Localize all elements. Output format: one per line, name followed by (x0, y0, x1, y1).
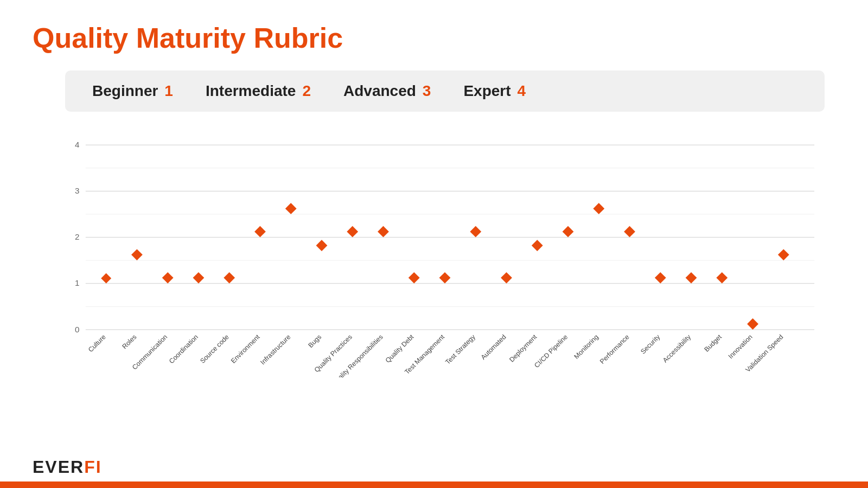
svg-text:1: 1 (75, 278, 79, 287)
x-label-quality-debt: Quality Debt (384, 333, 416, 364)
data-point-test-strategy (470, 226, 481, 237)
bottom-bar (0, 481, 868, 488)
data-point-innovation (747, 318, 758, 330)
legend-label-beginner: Beginner (92, 82, 158, 100)
legend-number-intermediate: 2 (302, 82, 311, 100)
data-point-roles (131, 249, 143, 260)
data-point-security (655, 272, 666, 284)
data-point-performance (624, 226, 635, 237)
legend-item-intermediate: Intermediate 2 (206, 82, 311, 100)
data-point-accessibility (686, 272, 697, 284)
page-title: Quality Maturity Rubric (33, 22, 835, 54)
x-label-budget: Budget (703, 333, 723, 354)
x-label-performance: Performance (598, 333, 631, 365)
x-label-culture: Culture (87, 333, 107, 354)
x-label-environment: Environment (229, 333, 261, 365)
x-label-source-code: Source code (199, 333, 231, 365)
data-point-quality-responsibilities (378, 226, 389, 237)
data-point-cicd-pipeline (563, 226, 574, 237)
x-label-monitoring: Monitoring (572, 333, 600, 361)
data-point-coordination (193, 272, 205, 284)
x-label-automated: Automated (480, 333, 508, 361)
logo-area: EVERFI (33, 457, 102, 477)
legend-label-intermediate: Intermediate (206, 82, 296, 100)
x-label-quality-responsibilities: Quality Responsibilities (330, 333, 385, 377)
data-point-validation-speed (778, 249, 789, 260)
legend-item-advanced: Advanced 3 (343, 82, 431, 100)
chart-container: 4 3 2 1 0 (65, 128, 825, 388)
x-label-deployment: Deployment (508, 333, 539, 364)
data-point-test-management (439, 272, 451, 284)
x-label-infrastructure: Infrastructure (259, 333, 292, 366)
x-label-roles: Roles (120, 333, 138, 350)
legend-bar: Beginner 1 Intermediate 2 Advanced 3 Exp… (65, 70, 825, 112)
x-label-bugs: Bugs (307, 333, 323, 349)
data-point-source-code (224, 272, 235, 284)
svg-text:4: 4 (75, 140, 79, 149)
data-point-bugs (316, 240, 328, 251)
legend-number-beginner: 1 (164, 82, 173, 100)
data-point-quality-practices (347, 226, 358, 237)
logo-text: EVERFI (33, 457, 102, 477)
svg-text:2: 2 (75, 232, 79, 241)
data-point-budget (716, 272, 727, 284)
x-label-test-strategy: Test Strategy (444, 333, 477, 366)
legend-number-expert: 4 (518, 82, 526, 100)
legend-number-advanced: 3 (423, 82, 431, 100)
data-point-communication (162, 272, 174, 284)
data-point-infrastructure (285, 203, 297, 214)
data-point-culture (101, 273, 111, 284)
chart-svg: 4 3 2 1 0 (65, 128, 825, 377)
data-point-quality-debt (409, 272, 420, 284)
logo-fi: FI (84, 457, 101, 477)
x-label-innovation: Innovation (727, 333, 754, 360)
legend-label-expert: Expert (463, 82, 510, 100)
svg-text:3: 3 (75, 186, 79, 195)
data-point-automated (501, 272, 512, 284)
x-label-security: Security (639, 333, 662, 356)
data-point-deployment (532, 240, 543, 251)
x-label-coordination: Coordination (168, 333, 200, 365)
data-point-environment (254, 226, 266, 237)
x-label-accessibility: Accessibility (661, 333, 693, 364)
data-point-monitoring (593, 203, 604, 214)
legend-item-beginner: Beginner 1 (92, 82, 173, 100)
legend-label-advanced: Advanced (343, 82, 416, 100)
svg-text:0: 0 (75, 325, 79, 334)
legend-item-expert: Expert 4 (463, 82, 526, 100)
